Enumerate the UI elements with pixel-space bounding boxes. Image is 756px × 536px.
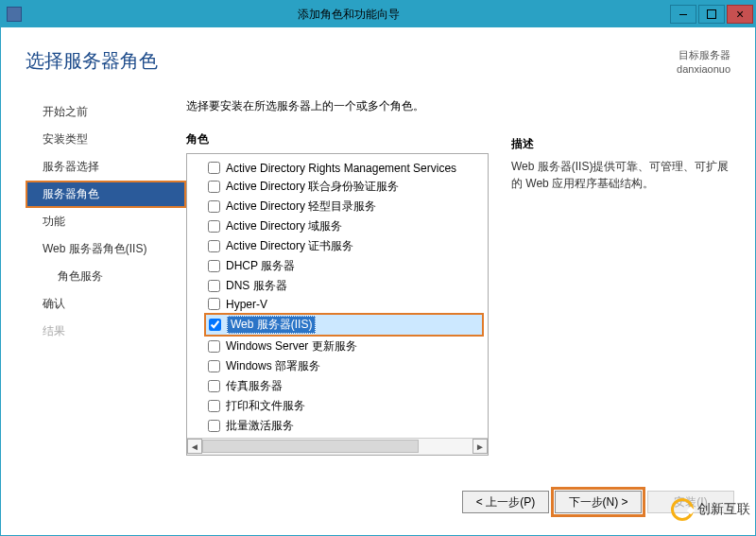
- role-label-5: DHCP 服务器: [226, 258, 295, 274]
- role-checkbox-3[interactable]: [208, 220, 220, 233]
- role-row-5[interactable]: DHCP 服务器: [204, 256, 484, 276]
- instruction-text: 选择要安装在所选服务器上的一个或多个角色。: [186, 98, 489, 114]
- window-controls: [670, 5, 755, 24]
- page-title: 选择服务器角色: [26, 48, 158, 74]
- role-row-6[interactable]: DNS 服务器: [204, 276, 484, 296]
- minimize-button[interactable]: [670, 5, 696, 24]
- role-row-2[interactable]: Active Directory 轻型目录服务: [204, 197, 484, 216]
- prev-button[interactable]: < 上一步(P): [462, 491, 549, 513]
- role-row-0[interactable]: Active Directory Rights Management Servi…: [204, 160, 484, 177]
- role-label-1: Active Directory 联合身份验证服务: [226, 179, 399, 195]
- role-checkbox-6[interactable]: [208, 280, 220, 292]
- role-label-2: Active Directory 轻型目录服务: [226, 199, 376, 215]
- roles-label: 角色: [186, 131, 489, 147]
- next-button[interactable]: 下一步(N) >: [555, 491, 642, 513]
- role-label-4: Active Directory 证书服务: [226, 238, 353, 254]
- role-row-11[interactable]: 传真服务器: [204, 376, 484, 396]
- scroll-track[interactable]: [202, 439, 472, 454]
- role-label-10: Windows 部署服务: [226, 358, 320, 374]
- role-row-7[interactable]: Hyper-V: [204, 296, 484, 313]
- role-checkbox-12[interactable]: [208, 400, 220, 412]
- role-label-11: 传真服务器: [226, 378, 283, 394]
- header-row: 选择服务器角色 目标服务器 danxiaonuo: [26, 48, 730, 78]
- maximize-button[interactable]: [698, 5, 725, 24]
- wizard-window: 添加角色和功能向导 选择服务器角色 目标服务器 danxiaonuo 开始之前安…: [0, 0, 756, 536]
- role-row-10[interactable]: Windows 部署服务: [204, 356, 484, 376]
- role-checkbox-13[interactable]: [208, 420, 220, 432]
- scroll-left-arrow[interactable]: ◄: [187, 439, 202, 454]
- role-row-9[interactable]: Windows Server 更新服务: [204, 337, 484, 356]
- role-label-9: Windows Server 更新服务: [226, 338, 357, 354]
- role-checkbox-11[interactable]: [208, 380, 220, 392]
- nav-item-8: 结果: [26, 318, 186, 345]
- button-row: < 上一步(P) 下一步(N) > 安装(I): [1, 482, 755, 535]
- target-value: danxiaonuo: [677, 62, 730, 77]
- description-label: 描述: [511, 136, 730, 152]
- role-label-8: Web 服务器(IIS): [227, 316, 316, 334]
- role-label-13: 批量激活服务: [226, 418, 294, 434]
- nav-item-1[interactable]: 安装类型: [26, 126, 186, 153]
- watermark-text: 创新互联: [697, 501, 750, 518]
- horizontal-scrollbar[interactable]: ◄ ►: [187, 438, 488, 455]
- nav-item-2[interactable]: 服务器选择: [26, 153, 186, 181]
- role-label-3: Active Directory 域服务: [226, 218, 342, 234]
- role-row-3[interactable]: Active Directory 域服务: [204, 216, 484, 236]
- body-row: 开始之前安装类型服务器选择服务器角色功能Web 服务器角色(IIS)角色服务确认…: [26, 98, 730, 482]
- role-label-7: Hyper-V: [226, 298, 267, 311]
- role-row-8[interactable]: Web 服务器(IIS): [204, 313, 484, 337]
- role-checkbox-8[interactable]: [209, 319, 221, 331]
- role-row-1[interactable]: Active Directory 联合身份验证服务: [204, 177, 484, 197]
- role-label-0: Active Directory Rights Management Servi…: [226, 162, 456, 175]
- target-label: 目标服务器: [677, 48, 730, 62]
- role-checkbox-1[interactable]: [208, 181, 220, 193]
- role-row-13[interactable]: 批量激活服务: [204, 416, 484, 436]
- scroll-thumb[interactable]: [202, 440, 419, 453]
- wizard-nav: 开始之前安装类型服务器选择服务器角色功能Web 服务器角色(IIS)角色服务确认…: [26, 98, 186, 482]
- target-server-box: 目标服务器 danxiaonuo: [677, 48, 730, 78]
- description-text: Web 服务器(IIS)提供可靠、可管理、可扩展的 Web 应用程序基础结构。: [511, 158, 730, 192]
- titlebar: 添加角色和功能向导: [1, 1, 755, 27]
- nav-item-6[interactable]: 角色服务: [26, 263, 186, 290]
- roles-list-box: Active Directory Rights Management Servi…: [186, 153, 489, 456]
- role-row-4[interactable]: Active Directory 证书服务: [204, 236, 484, 256]
- content-area: 选择服务器角色 目标服务器 danxiaonuo 开始之前安装类型服务器选择服务…: [1, 27, 755, 482]
- main-panel: 选择要安装在所选服务器上的一个或多个角色。 角色 Active Director…: [186, 98, 730, 482]
- app-icon: [7, 7, 22, 22]
- role-checkbox-2[interactable]: [208, 200, 220, 213]
- description-column: 描述 Web 服务器(IIS)提供可靠、可管理、可扩展的 Web 应用程序基础结…: [511, 98, 730, 482]
- role-checkbox-4[interactable]: [208, 240, 220, 252]
- scroll-right-arrow[interactable]: ►: [472, 439, 488, 454]
- roles-column: 选择要安装在所选服务器上的一个或多个角色。 角色 Active Director…: [186, 98, 489, 482]
- close-button[interactable]: [727, 5, 753, 24]
- role-checkbox-5[interactable]: [208, 260, 220, 272]
- watermark-logo-icon: [671, 498, 694, 521]
- role-label-12: 打印和文件服务: [226, 398, 305, 414]
- watermark: 创新互联: [671, 498, 750, 521]
- nav-item-0[interactable]: 开始之前: [26, 98, 186, 126]
- role-checkbox-7[interactable]: [208, 298, 220, 310]
- role-checkbox-0[interactable]: [208, 162, 220, 174]
- roles-list[interactable]: Active Directory Rights Management Servi…: [187, 154, 488, 438]
- nav-item-7[interactable]: 确认: [26, 290, 186, 318]
- role-checkbox-10[interactable]: [208, 360, 220, 372]
- nav-item-5[interactable]: Web 服务器角色(IIS): [26, 235, 186, 263]
- nav-item-3[interactable]: 服务器角色: [26, 181, 186, 208]
- role-checkbox-9[interactable]: [208, 340, 220, 353]
- nav-item-4[interactable]: 功能: [26, 208, 186, 235]
- role-row-12[interactable]: 打印和文件服务: [204, 396, 484, 416]
- role-label-6: DNS 服务器: [226, 278, 287, 294]
- window-title: 添加角色和功能向导: [27, 7, 670, 23]
